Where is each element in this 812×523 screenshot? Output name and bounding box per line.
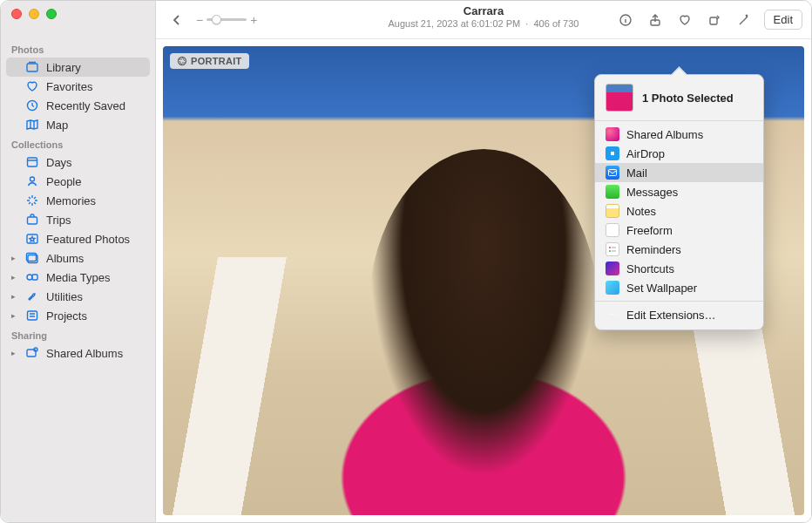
- sidebar-item-label: Recently Saved: [46, 99, 125, 112]
- svg-point-16: [179, 58, 186, 65]
- svg-rect-2: [28, 158, 37, 166]
- share-item-shortcuts[interactable]: Shortcuts: [595, 259, 763, 278]
- popover-header: 1 Photo Selected: [595, 75, 763, 120]
- chevron-right-icon: ▸: [11, 273, 16, 282]
- toolbar-left: − +: [165, 10, 257, 31]
- freeform-icon: ✎: [606, 223, 619, 237]
- map-icon: [25, 118, 39, 132]
- zoom-slider[interactable]: − +: [196, 13, 257, 27]
- suitcase-icon: [25, 213, 39, 227]
- sidebar-item-label: Media Types: [46, 271, 110, 284]
- media-icon: [25, 270, 39, 284]
- share-button[interactable]: [642, 10, 668, 31]
- share-item-label: Mail: [626, 166, 647, 180]
- photo-subtitle: August 21, 2023 at 6:01:02 PM · 406 of 7…: [389, 18, 579, 30]
- sidebar-item-utilities[interactable]: ▸ Utilities: [6, 287, 150, 306]
- popover-separator: [595, 120, 763, 121]
- library-icon: [25, 60, 39, 74]
- share-item-label: Shared Albums: [626, 128, 703, 141]
- svg-rect-21: [612, 250, 616, 251]
- minimize-window-button[interactable]: [29, 9, 39, 19]
- svg-point-8: [27, 275, 32, 280]
- auto-enhance-button[interactable]: [731, 10, 757, 31]
- svg-rect-17: [609, 170, 617, 176]
- slider-knob[interactable]: [212, 15, 221, 24]
- extensions-icon: ⋯: [606, 308, 619, 322]
- memories-icon: [25, 194, 39, 207]
- sidebar-item-label: Projects: [46, 309, 87, 323]
- toolbar: − + Carrara August 21, 2023 at 6:01:02 P…: [156, 1, 811, 39]
- sidebar-item-favorites[interactable]: Favorites: [6, 77, 150, 96]
- share-item-freeform[interactable]: ✎ Freeform: [595, 221, 763, 240]
- sidebar-item-map[interactable]: Map: [6, 115, 150, 134]
- favorite-button[interactable]: [672, 10, 698, 31]
- share-item-shared-albums[interactable]: Shared Albums: [595, 125, 763, 144]
- sidebar-item-people[interactable]: People: [6, 172, 150, 191]
- share-item-label: Notes: [626, 205, 656, 218]
- sidebar-item-label: Albums: [46, 252, 84, 265]
- share-item-messages[interactable]: Messages: [595, 182, 763, 201]
- mail-icon: [606, 166, 619, 180]
- sidebar-item-label: Trips: [46, 214, 71, 227]
- photo-viewer: PORTRAIT 1 Photo Selected Shared Albums …: [156, 39, 811, 522]
- sidebar-item-featured-photos[interactable]: Featured Photos: [6, 229, 150, 248]
- share-item-label: AirDrop: [626, 147, 665, 160]
- heart-icon: [25, 79, 39, 93]
- portrait-badge-label: PORTRAIT: [191, 56, 242, 66]
- back-button[interactable]: [165, 10, 189, 31]
- sidebar-item-projects[interactable]: ▸ Projects: [6, 306, 150, 325]
- sidebar-item-label: Map: [46, 119, 68, 132]
- share-item-mail[interactable]: Mail: [595, 163, 763, 182]
- slider-track[interactable]: [206, 18, 247, 21]
- sidebar-item-library[interactable]: Library: [6, 58, 150, 77]
- sidebar-item-media-types[interactable]: ▸ Media Types: [6, 268, 150, 287]
- share-popover: 1 Photo Selected Shared Albums AirDrop M…: [594, 74, 764, 330]
- zoom-in-icon: +: [250, 13, 257, 27]
- photo-title: Carrara: [389, 4, 579, 18]
- svg-rect-4: [28, 217, 37, 224]
- sidebar-item-label: Days: [46, 156, 72, 169]
- main-area: − + Carrara August 21, 2023 at 6:01:02 P…: [156, 1, 811, 522]
- svg-point-19: [609, 250, 611, 252]
- sidebar-item-shared-albums[interactable]: ▸ Shared Albums: [6, 343, 150, 363]
- share-item-airdrop[interactable]: AirDrop: [595, 144, 763, 163]
- sidebar-section-sharing: Sharing: [1, 325, 155, 343]
- sidebar-item-label: Memories: [46, 194, 96, 207]
- share-item-label: Messages: [626, 186, 678, 199]
- share-item-notes[interactable]: Notes: [595, 201, 763, 221]
- info-button[interactable]: [612, 10, 639, 31]
- popover-thumbnail: [606, 84, 633, 112]
- share-item-set-wallpaper[interactable]: Set Wallpaper: [595, 278, 763, 297]
- share-item-edit-extensions[interactable]: ⋯ Edit Extensions…: [595, 305, 763, 324]
- sidebar-section-collections: Collections: [1, 134, 155, 153]
- edit-button[interactable]: Edit: [764, 10, 802, 30]
- airdrop-icon: [606, 146, 619, 160]
- notes-icon: [606, 204, 619, 218]
- close-window-button[interactable]: [11, 9, 22, 19]
- sidebar-item-recently-saved[interactable]: Recently Saved: [6, 96, 150, 115]
- chevron-right-icon: ▸: [11, 349, 16, 357]
- sidebar-item-trips[interactable]: Trips: [6, 210, 150, 229]
- popover-title: 1 Photo Selected: [642, 92, 734, 105]
- sidebar-item-label: Shared Albums: [46, 347, 123, 360]
- window-controls: [11, 9, 57, 19]
- share-item-reminders[interactable]: Reminders: [595, 240, 763, 259]
- share-item-label: Set Wallpaper: [626, 282, 697, 295]
- app-window: Photos Library Favorites Recently Saved …: [0, 0, 812, 523]
- aperture-icon: [177, 56, 187, 66]
- sidebar-item-days[interactable]: Days: [6, 153, 150, 172]
- sidebar-item-memories[interactable]: Memories: [6, 191, 150, 210]
- portrait-badge[interactable]: PORTRAIT: [170, 53, 249, 69]
- wrench-icon: [25, 289, 39, 303]
- share-item-label: Reminders: [626, 243, 681, 256]
- rotate-button[interactable]: [701, 10, 727, 31]
- svg-rect-10: [28, 311, 37, 320]
- wallpaper-icon: [606, 281, 619, 295]
- toolbar-title-group: Carrara August 21, 2023 at 6:01:02 PM · …: [389, 4, 579, 30]
- sidebar-item-albums[interactable]: ▸ Albums: [6, 248, 150, 268]
- share-item-label: Edit Extensions…: [626, 309, 716, 322]
- shared-albums-icon: [606, 127, 619, 141]
- toolbar-right: Edit: [612, 10, 802, 31]
- shortcuts-icon: [606, 262, 619, 275]
- fullscreen-window-button[interactable]: [46, 9, 57, 19]
